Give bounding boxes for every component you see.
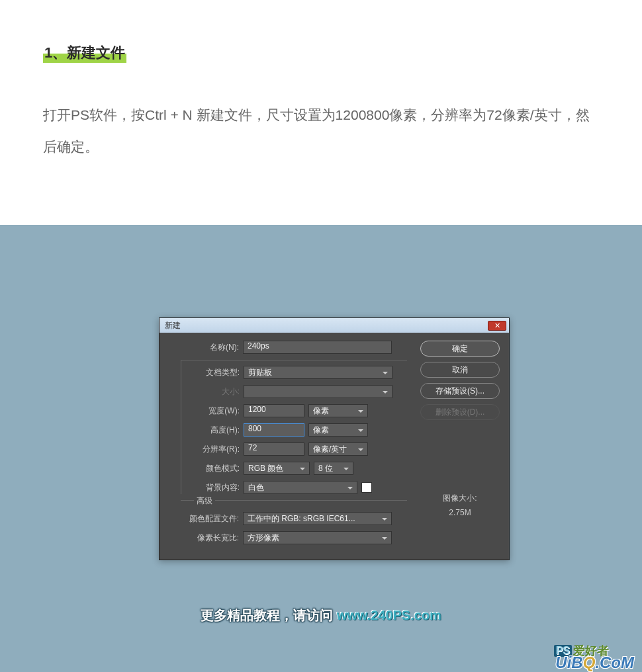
label-width: 宽度(W): (181, 405, 244, 417)
bg-swatch[interactable] (361, 482, 372, 493)
resolution-input[interactable]: 72 (244, 442, 304, 456)
watermark-uibq: UiBQ.CoM (555, 653, 634, 672)
watermark-uibq-pre: UiB (555, 653, 582, 671)
new-document-dialog: 新建 ✕ 名称(N): 240ps 文档类型: 剪贴板 (159, 317, 510, 560)
close-icon: ✕ (494, 322, 500, 329)
footer-promo: 更多精品教程，请访问 www.240PS.com (0, 607, 642, 624)
image-size-label: 图像大小: (420, 491, 500, 506)
footer-url: www.240PS.com (337, 608, 441, 622)
colormode-select[interactable]: RGB 颜色 (244, 462, 310, 475)
doctype-select[interactable]: 剪贴板 (244, 366, 392, 379)
label-bgcontent: 背景内容: (181, 482, 244, 493)
close-button[interactable]: ✕ (488, 321, 506, 331)
save-preset-button[interactable]: 存储预设(S)... (420, 383, 500, 399)
dialog-titlebar[interactable]: 新建 ✕ (160, 318, 509, 333)
image-size-info: 图像大小: 2.75M (420, 491, 500, 520)
footer-text-1: 更多精品教程，请访问 (201, 608, 337, 622)
cancel-button[interactable]: 取消 (420, 362, 500, 378)
illustration-background: 新建 ✕ 名称(N): 240ps 文档类型: 剪贴板 (0, 225, 642, 672)
watermark-uibq-post: .CoM (595, 653, 634, 671)
advanced-group-label: 高级 (194, 495, 215, 507)
label-resolution: 分辨率(R): (181, 444, 244, 455)
bitdepth-select[interactable]: 8 位 (314, 462, 353, 475)
bgcontent-select[interactable]: 白色 (244, 481, 357, 494)
watermark-uibq-q: Q (583, 653, 596, 671)
width-input[interactable]: 1200 (244, 404, 304, 417)
image-size-value: 2.75M (420, 506, 500, 521)
label-doctype: 文档类型: (181, 367, 244, 378)
width-unit-select[interactable]: 像素 (308, 404, 368, 417)
label-colormode: 颜色模式: (181, 463, 244, 474)
colorprofile-select[interactable]: 工作中的 RGB: sRGB IEC61... (243, 512, 392, 525)
label-size: 大小: (181, 386, 244, 398)
label-height: 高度(H): (181, 425, 244, 436)
height-unit-select[interactable]: 像素 (308, 423, 368, 437)
ok-button[interactable]: 确定 (420, 341, 500, 357)
step-description: 打开PS软件，按Ctrl + N 新建文件，尺寸设置为1200800像素，分辨率… (43, 99, 599, 163)
size-select (244, 385, 392, 398)
pixelaspect-select[interactable]: 方形像素 (243, 531, 392, 544)
name-input[interactable]: 240ps (243, 341, 392, 354)
delete-preset-button: 删除预设(D)... (420, 404, 500, 420)
resolution-unit-select[interactable]: 像素/英寸 (308, 442, 368, 456)
step-heading: 1、新建文件 (43, 43, 126, 63)
label-name: 名称(N): (169, 342, 243, 353)
dialog-title: 新建 (165, 320, 181, 331)
label-colorprofile: 颜色配置文件: (181, 513, 243, 525)
height-input[interactable]: 800 (244, 423, 304, 437)
label-pixelaspect: 像素长宽比: (181, 532, 243, 544)
